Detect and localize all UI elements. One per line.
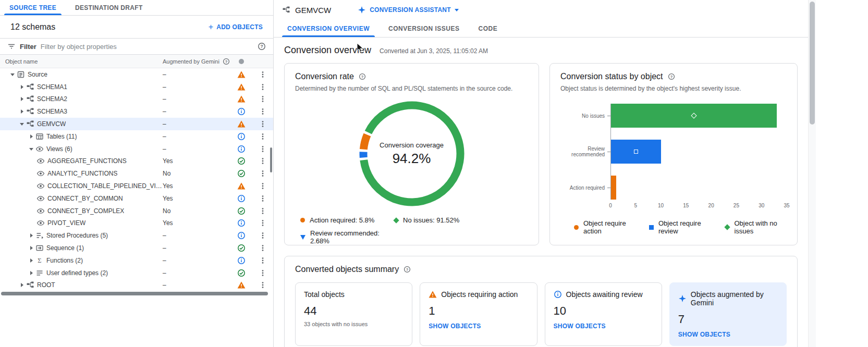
row-menu-button[interactable] [259, 70, 267, 79]
add-objects-button[interactable]: + ADD OBJECTS [209, 23, 263, 31]
show-objects-link[interactable]: SHOW OBJECTS [429, 323, 481, 330]
warning-icon[interactable] [237, 120, 246, 128]
info-icon[interactable] [237, 145, 246, 153]
horizontal-scrollbar-thumb[interactable] [1, 292, 268, 295]
row-menu-button[interactable] [259, 120, 267, 128]
table-row[interactable]: SCHEMA2 – [0, 93, 273, 106]
tab-code[interactable]: CODE [469, 20, 507, 37]
filter-help-icon[interactable]: ? [258, 42, 266, 51]
expand-arrow-icon[interactable] [18, 83, 26, 91]
rate-help-icon[interactable]: ? [358, 72, 366, 81]
info-icon[interactable] [237, 194, 246, 203]
row-menu-button[interactable] [259, 231, 267, 240]
warning-icon[interactable] [237, 182, 246, 190]
workspace-header: GEMVCW CONVERSION ASSISTANT [274, 0, 808, 20]
augmented-value: – [163, 83, 230, 91]
info-icon[interactable] [237, 256, 246, 265]
row-menu-button[interactable] [259, 219, 267, 227]
check-circle-icon[interactable] [237, 169, 246, 178]
eye-icon [36, 219, 45, 227]
show-objects-link[interactable]: SHOW OBJECTS [554, 323, 606, 330]
table-row[interactable]: CONNECT_BY_COMMON Yes [0, 192, 273, 205]
table-row[interactable]: CONNECT_BY_COMPLEX No [0, 205, 273, 217]
table-row[interactable]: ROOT – [0, 279, 273, 292]
expand-arrow-icon[interactable] [27, 132, 35, 141]
row-menu-button[interactable] [259, 256, 267, 265]
check-circle-icon[interactable] [237, 207, 246, 215]
expand-arrow-icon[interactable] [27, 269, 35, 277]
svg-text:?: ? [670, 75, 673, 79]
row-menu-button[interactable] [259, 244, 267, 252]
tab-destination-draft[interactable]: DESTINATION DRAFT [66, 0, 152, 15]
table-row[interactable]: AGGREGATE_FUNCTIONS Yes [0, 155, 273, 168]
row-menu-button[interactable] [259, 95, 267, 103]
info-icon[interactable] [237, 231, 246, 240]
status-help-icon[interactable]: ? [667, 72, 676, 81]
augmented-help-icon[interactable]: ? [222, 57, 230, 66]
tab-conversion-issues[interactable]: CONVERSION ISSUES [379, 20, 469, 37]
expand-arrow-icon[interactable] [27, 256, 35, 265]
row-menu-button[interactable] [259, 132, 267, 141]
x-tick-label: 15 [683, 203, 689, 208]
table-row[interactable]: COLLECTION_TABLE_PIPELINED_VIEW Yes [0, 180, 273, 192]
info-icon[interactable] [237, 107, 246, 116]
row-menu-button[interactable] [259, 107, 267, 116]
table-row[interactable]: Views (6) – [0, 143, 273, 155]
summary-help-icon[interactable]: ? [403, 265, 411, 274]
row-menu-button[interactable] [259, 145, 267, 153]
row-menu-button[interactable] [259, 83, 267, 91]
table-row[interactable]: User defined types (2) – [0, 267, 273, 279]
table-row[interactable]: Σ Functions (2) – [0, 254, 273, 267]
table-row[interactable]: SCHEMA3 – [0, 105, 273, 118]
status-column-icon [239, 59, 244, 64]
augmented-value: No [163, 170, 230, 177]
page-scrollbar-thumb[interactable] [810, 2, 815, 125]
table-row[interactable]: PIVOT_VIEW Yes [0, 217, 273, 230]
expand-arrow-icon[interactable] [18, 281, 26, 289]
row-menu-button[interactable] [259, 194, 267, 203]
show-objects-link[interactable]: SHOW OBJECTS [678, 331, 730, 338]
collapse-arrow-icon[interactable] [27, 145, 35, 153]
row-menu-button[interactable] [259, 169, 267, 178]
row-menu-button[interactable] [259, 281, 267, 289]
augmented-value: – [163, 145, 230, 153]
overview-heading: Conversion overview Converted at Jun 3, … [284, 45, 798, 56]
expand-arrow-icon[interactable] [27, 231, 35, 240]
conversion-assistant-button[interactable]: CONVERSION ASSISTANT [358, 6, 459, 14]
check-circle-icon[interactable] [237, 157, 246, 165]
table-row[interactable]: Tables (11) – [0, 130, 273, 143]
expand-arrow-icon[interactable] [27, 244, 35, 252]
warning-icon[interactable] [237, 281, 246, 289]
tab-conversion-overview[interactable]: CONVERSION OVERVIEW [278, 20, 379, 37]
table-row[interactable]: Source – [0, 68, 273, 81]
table-row[interactable]: GEMVCW – [0, 118, 273, 130]
warning-icon[interactable] [237, 83, 246, 91]
row-menu-button[interactable] [259, 269, 267, 277]
page-scrollbar[interactable] [808, 0, 816, 347]
check-circle-icon[interactable] [237, 269, 246, 277]
info-icon[interactable] [237, 219, 246, 227]
warning-icon[interactable] [237, 70, 246, 79]
gemini-sparkle-icon [358, 6, 366, 14]
table-row[interactable]: Sequence (1) – [0, 242, 273, 254]
tab-source-tree[interactable]: SOURCE TREE [0, 0, 66, 15]
check-circle-icon[interactable] [237, 244, 246, 252]
table-row[interactable]: SCHEMA1 – [0, 81, 273, 93]
tree-scrollbar-thumb[interactable] [270, 147, 272, 172]
expand-arrow-icon[interactable] [18, 95, 26, 103]
expand-arrow-icon[interactable] [18, 107, 26, 116]
bar-marker-square [634, 150, 638, 154]
collapse-arrow-icon[interactable] [18, 120, 26, 128]
info-icon[interactable] [237, 132, 246, 141]
filter-input[interactable] [41, 43, 253, 51]
chevron-down-icon [455, 9, 459, 11]
x-tick-label: 5 [634, 203, 638, 208]
warning-icon[interactable] [237, 95, 246, 103]
table-row[interactable]: Stored Procedures (5) – [0, 229, 273, 242]
filter-bar: Filter ? [0, 38, 273, 55]
row-menu-button[interactable] [259, 157, 267, 165]
collapse-arrow-icon[interactable] [8, 70, 17, 79]
row-menu-button[interactable] [259, 207, 267, 215]
table-row[interactable]: ANALYTIC_FUNCTIONS No [0, 167, 273, 180]
row-menu-button[interactable] [259, 182, 267, 190]
